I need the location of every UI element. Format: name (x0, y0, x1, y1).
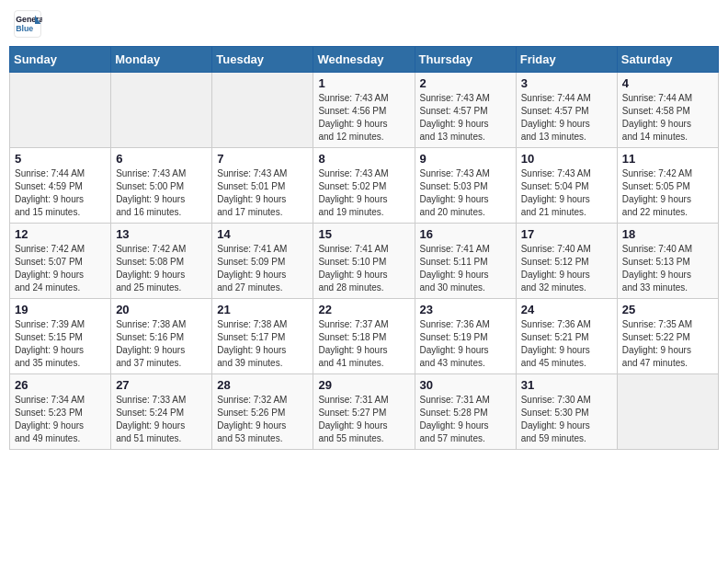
logo: General Blue (13, 9, 46, 39)
calendar-cell: 13Sunrise: 7:42 AM Sunset: 5:08 PM Dayli… (111, 224, 212, 299)
day-number: 7 (217, 152, 308, 166)
day-number: 1 (318, 76, 409, 90)
day-info: Sunrise: 7:43 AM Sunset: 4:56 PM Dayligh… (318, 92, 409, 144)
day-info: Sunrise: 7:43 AM Sunset: 4:57 PM Dayligh… (420, 92, 511, 144)
logo-icon: General Blue (13, 9, 42, 39)
calendar-week-row: 5Sunrise: 7:44 AM Sunset: 4:59 PM Daylig… (10, 148, 719, 224)
day-number: 15 (318, 227, 409, 241)
day-of-week-header: Monday (111, 47, 212, 73)
calendar-cell: 10Sunrise: 7:43 AM Sunset: 5:04 PM Dayli… (516, 148, 617, 224)
day-number: 8 (318, 152, 409, 166)
calendar-cell: 17Sunrise: 7:40 AM Sunset: 5:12 PM Dayli… (516, 224, 617, 299)
calendar-cell (10, 73, 111, 148)
day-info: Sunrise: 7:41 AM Sunset: 5:10 PM Dayligh… (318, 243, 409, 294)
day-of-week-header: Wednesday (313, 47, 415, 73)
day-info: Sunrise: 7:40 AM Sunset: 5:13 PM Dayligh… (622, 243, 713, 294)
day-info: Sunrise: 7:39 AM Sunset: 5:15 PM Dayligh… (15, 318, 106, 370)
calendar-cell: 28Sunrise: 7:32 AM Sunset: 5:26 PM Dayli… (212, 374, 313, 450)
day-number: 29 (318, 378, 409, 392)
calendar-cell: 16Sunrise: 7:41 AM Sunset: 5:11 PM Dayli… (415, 224, 516, 299)
day-info: Sunrise: 7:30 AM Sunset: 5:30 PM Dayligh… (521, 394, 612, 445)
calendar-cell: 30Sunrise: 7:31 AM Sunset: 5:28 PM Dayli… (415, 374, 516, 450)
calendar: SundayMondayTuesdayWednesdayThursdayFrid… (9, 46, 719, 450)
day-info: Sunrise: 7:42 AM Sunset: 5:05 PM Dayligh… (622, 167, 713, 219)
day-info: Sunrise: 7:43 AM Sunset: 5:00 PM Dayligh… (116, 167, 207, 219)
day-info: Sunrise: 7:44 AM Sunset: 4:57 PM Dayligh… (521, 92, 612, 144)
day-info: Sunrise: 7:35 AM Sunset: 5:22 PM Dayligh… (622, 318, 713, 370)
calendar-cell: 8Sunrise: 7:43 AM Sunset: 5:02 PM Daylig… (313, 148, 415, 224)
day-of-week-header: Thursday (415, 47, 516, 73)
calendar-cell: 5Sunrise: 7:44 AM Sunset: 4:59 PM Daylig… (10, 148, 111, 224)
day-number: 22 (318, 303, 409, 316)
day-of-week-header: Sunday (10, 47, 111, 73)
calendar-cell: 7Sunrise: 7:43 AM Sunset: 5:01 PM Daylig… (212, 148, 313, 224)
day-info: Sunrise: 7:43 AM Sunset: 5:04 PM Dayligh… (521, 167, 612, 219)
calendar-cell: 31Sunrise: 7:30 AM Sunset: 5:30 PM Dayli… (516, 374, 617, 450)
day-info: Sunrise: 7:36 AM Sunset: 5:21 PM Dayligh… (521, 318, 612, 370)
calendar-cell: 15Sunrise: 7:41 AM Sunset: 5:10 PM Dayli… (313, 224, 415, 299)
calendar-cell: 24Sunrise: 7:36 AM Sunset: 5:21 PM Dayli… (516, 299, 617, 374)
day-of-week-header: Saturday (617, 47, 718, 73)
day-info: Sunrise: 7:38 AM Sunset: 5:17 PM Dayligh… (217, 318, 308, 370)
calendar-cell: 20Sunrise: 7:38 AM Sunset: 5:16 PM Dayli… (111, 299, 212, 374)
calendar-cell: 11Sunrise: 7:42 AM Sunset: 5:05 PM Dayli… (617, 148, 718, 224)
day-info: Sunrise: 7:41 AM Sunset: 5:11 PM Dayligh… (420, 243, 511, 294)
day-of-week-header: Tuesday (212, 47, 313, 73)
calendar-cell: 14Sunrise: 7:41 AM Sunset: 5:09 PM Dayli… (212, 224, 313, 299)
calendar-cell (212, 73, 313, 148)
day-info: Sunrise: 7:40 AM Sunset: 5:12 PM Dayligh… (521, 243, 612, 294)
calendar-cell: 9Sunrise: 7:43 AM Sunset: 5:03 PM Daylig… (415, 148, 516, 224)
day-info: Sunrise: 7:36 AM Sunset: 5:19 PM Dayligh… (420, 318, 511, 370)
day-number: 25 (622, 303, 713, 316)
calendar-cell: 4Sunrise: 7:44 AM Sunset: 4:58 PM Daylig… (617, 73, 718, 148)
day-info: Sunrise: 7:42 AM Sunset: 5:08 PM Dayligh… (116, 243, 207, 294)
day-of-week-header: Friday (516, 47, 617, 73)
calendar-header-row: SundayMondayTuesdayWednesdayThursdayFrid… (10, 47, 719, 73)
day-number: 28 (217, 378, 308, 392)
calendar-cell: 22Sunrise: 7:37 AM Sunset: 5:18 PM Dayli… (313, 299, 415, 374)
calendar-week-row: 19Sunrise: 7:39 AM Sunset: 5:15 PM Dayli… (10, 299, 719, 374)
day-number: 9 (420, 152, 511, 166)
day-number: 30 (420, 378, 511, 392)
day-number: 16 (420, 227, 511, 241)
calendar-cell: 18Sunrise: 7:40 AM Sunset: 5:13 PM Dayli… (617, 224, 718, 299)
day-number: 13 (116, 227, 207, 241)
page-header: General Blue (9, 9, 719, 39)
calendar-cell: 25Sunrise: 7:35 AM Sunset: 5:22 PM Dayli… (617, 299, 718, 374)
day-info: Sunrise: 7:37 AM Sunset: 5:18 PM Dayligh… (318, 318, 409, 370)
calendar-week-row: 1Sunrise: 7:43 AM Sunset: 4:56 PM Daylig… (10, 73, 719, 148)
day-number: 5 (15, 152, 106, 166)
day-number: 19 (15, 303, 106, 316)
day-info: Sunrise: 7:44 AM Sunset: 4:59 PM Dayligh… (15, 167, 106, 219)
calendar-cell: 1Sunrise: 7:43 AM Sunset: 4:56 PM Daylig… (313, 73, 415, 148)
calendar-cell: 12Sunrise: 7:42 AM Sunset: 5:07 PM Dayli… (10, 224, 111, 299)
calendar-week-row: 12Sunrise: 7:42 AM Sunset: 5:07 PM Dayli… (10, 224, 719, 299)
svg-text:Blue: Blue (16, 24, 33, 33)
day-info: Sunrise: 7:41 AM Sunset: 5:09 PM Dayligh… (217, 243, 308, 294)
day-number: 21 (217, 303, 308, 316)
day-number: 3 (521, 76, 612, 90)
calendar-cell (617, 374, 718, 450)
calendar-cell: 6Sunrise: 7:43 AM Sunset: 5:00 PM Daylig… (111, 148, 212, 224)
day-info: Sunrise: 7:33 AM Sunset: 5:24 PM Dayligh… (116, 394, 207, 445)
calendar-cell: 21Sunrise: 7:38 AM Sunset: 5:17 PM Dayli… (212, 299, 313, 374)
day-number: 4 (622, 76, 713, 90)
calendar-cell (111, 73, 212, 148)
day-info: Sunrise: 7:43 AM Sunset: 5:02 PM Dayligh… (318, 167, 409, 219)
day-number: 12 (15, 227, 106, 241)
day-number: 31 (521, 378, 612, 392)
day-number: 20 (116, 303, 207, 316)
calendar-cell: 3Sunrise: 7:44 AM Sunset: 4:57 PM Daylig… (516, 73, 617, 148)
day-info: Sunrise: 7:32 AM Sunset: 5:26 PM Dayligh… (217, 394, 308, 445)
day-number: 6 (116, 152, 207, 166)
calendar-cell: 2Sunrise: 7:43 AM Sunset: 4:57 PM Daylig… (415, 73, 516, 148)
day-number: 10 (521, 152, 612, 166)
day-number: 17 (521, 227, 612, 241)
day-info: Sunrise: 7:43 AM Sunset: 5:01 PM Dayligh… (217, 167, 308, 219)
day-info: Sunrise: 7:34 AM Sunset: 5:23 PM Dayligh… (15, 394, 106, 445)
day-info: Sunrise: 7:31 AM Sunset: 5:28 PM Dayligh… (420, 394, 511, 445)
day-info: Sunrise: 7:31 AM Sunset: 5:27 PM Dayligh… (318, 394, 409, 445)
calendar-cell: 29Sunrise: 7:31 AM Sunset: 5:27 PM Dayli… (313, 374, 415, 450)
calendar-week-row: 26Sunrise: 7:34 AM Sunset: 5:23 PM Dayli… (10, 374, 719, 450)
day-number: 23 (420, 303, 511, 316)
